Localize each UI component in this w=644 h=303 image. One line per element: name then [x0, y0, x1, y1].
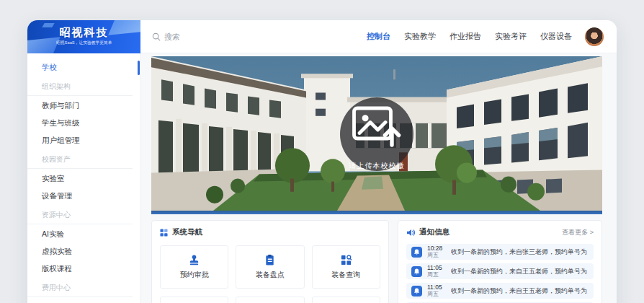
main-content: 请上传本校校徽 系统导航: [140, 53, 617, 303]
system-navigation-panel: 系统导航 预约审批: [151, 220, 389, 303]
logo-decor-shape: [42, 23, 54, 27]
logo-decor-shape: [27, 37, 61, 53]
card-reservation-approval[interactable]: 预约审批: [160, 245, 228, 289]
card-equipment-inventory[interactable]: 装备盘点: [236, 245, 304, 289]
search-box[interactable]: [152, 32, 251, 41]
sidebar-section-org: 组织架构: [27, 82, 133, 96]
sidebar-item-school[interactable]: 学校: [27, 59, 140, 76]
notification-text: 收到一条新的预约，来自张三老师，预约单号为：Y-0044，请尽快处理。: [451, 247, 589, 257]
nav-card-row-1: 预约审批 装备盘点: [160, 245, 380, 289]
tab-console[interactable]: 控制台: [367, 31, 390, 42]
notification-text: 收到一条新的预约，来自王五老师，预约单号为：Y-0056，请尽快处理。: [451, 286, 589, 296]
notification-panel: 通知信息 查看更多 > 10:28 周五 收到一条新的预约: [398, 220, 602, 303]
grid-icon: [160, 229, 168, 237]
card-clipped-1[interactable]: [160, 297, 228, 303]
sidebar-item-licensed-courses[interactable]: 版权课程: [27, 260, 140, 278]
sidebar-item-students-classes[interactable]: 学生与班级: [27, 115, 140, 132]
bell-icon: [411, 266, 422, 277]
card-label: 装备查询: [331, 270, 360, 280]
desktop-background: 昭视科技 昭视SaaS，让实验教学更简单 控制台 实验教学 作业报告 实验考评: [0, 0, 644, 303]
speaker-icon: [406, 229, 415, 237]
sidebar-item-ai-experiment[interactable]: AI实验: [27, 226, 140, 243]
card-label: 预约审批: [180, 270, 209, 280]
sidebar-item-virtual-experiment[interactable]: 虚拟实验: [27, 243, 140, 260]
brand-logo[interactable]: 昭视科技 昭视SaaS，让实验教学更简单: [27, 20, 140, 53]
bell-icon: [411, 286, 422, 297]
sidebar-item-user-groups[interactable]: 用户组管理: [27, 132, 140, 149]
upload-image-icon: [340, 97, 413, 156]
tab-experiment-review[interactable]: 实验考评: [495, 31, 527, 42]
card-clipped-2[interactable]: [236, 297, 304, 303]
upload-hint-label: 请上传本校校徽: [349, 161, 405, 171]
sidebar-item-equipment-mgmt[interactable]: 设备管理: [27, 188, 140, 205]
view-more-link[interactable]: 查看更多 >: [562, 228, 594, 237]
notification-text: 收到一条新的预约，来自王五老师，预约单号为：Y-0056，请尽快处理。: [451, 267, 589, 276]
logo-tagline: 昭视SaaS，让实验教学更简单: [56, 40, 112, 46]
sidebar-section-campus-assets: 校园资产: [27, 154, 133, 169]
header-bar: 控制台 实验教学 作业报告 实验考评 仪器设备: [140, 20, 617, 53]
banner-accent-bar: [151, 211, 602, 214]
search-input[interactable]: [164, 32, 251, 41]
panel-title: 系统导航: [172, 227, 202, 237]
logo-title: 昭视科技: [60, 27, 109, 39]
top-nav-tabs: 控制台 实验教学 作业报告 实验考评 仪器设备: [367, 31, 572, 42]
notification-time: 10:28 周五: [427, 245, 446, 259]
school-banner-image: 请上传本校校徽: [151, 56, 602, 211]
sidebar-item-laboratory[interactable]: 实验室: [27, 170, 140, 188]
sidebar-section-billing-center: 费用中心: [27, 283, 133, 297]
card-equipment-search[interactable]: 装备查询: [312, 245, 380, 289]
notification-time: 11:05 周五: [427, 284, 446, 298]
grid-search-icon: [340, 254, 352, 266]
user-avatar[interactable]: [585, 27, 604, 46]
notification-row[interactable]: 11:05 周五 收到一条新的预约，来自王五老师，预约单号为：Y-0056，请尽…: [406, 283, 594, 299]
sidebar: 学校 组织架构 教师与部门 学生与班级 用户组管理 校园资产 实验室 设备管理 …: [27, 53, 140, 303]
card-label: 装备盘点: [256, 270, 285, 280]
tab-homework-report[interactable]: 作业报告: [450, 31, 481, 42]
notification-time: 11:05 周五: [427, 265, 446, 278]
nav-card-row-2: [160, 297, 380, 303]
upload-school-badge-button[interactable]: 请上传本校校徽: [340, 97, 413, 171]
sidebar-item-teachers-departments[interactable]: 教师与部门: [27, 97, 140, 115]
tab-experiment-teaching[interactable]: 实验教学: [404, 31, 436, 42]
top-header: 昭视科技 昭视SaaS，让实验教学更简单 控制台 实验教学 作业报告 实验考评: [27, 20, 617, 53]
stamp-icon: [188, 254, 200, 266]
sidebar-item-benefits-center[interactable]: 权益中心: [27, 299, 140, 303]
tab-instrument-equipment[interactable]: 仪器设备: [540, 31, 572, 42]
notification-list: 10:28 周五 收到一条新的预约，来自张三老师，预约单号为：Y-0044，请尽…: [406, 244, 594, 303]
clipboard-icon: [264, 254, 276, 266]
notification-row[interactable]: 11:05 周五 收到一条新的预约，来自王五老师，预约单号为：Y-0056，请尽…: [406, 263, 594, 279]
search-icon: [152, 32, 161, 41]
sidebar-section-resource-center: 资源中心: [27, 210, 133, 224]
bell-icon: [411, 247, 422, 258]
app-window: 昭视科技 昭视SaaS，让实验教学更简单 控制台 实验教学 作业报告 实验考评: [27, 20, 617, 303]
panel-title: 通知信息: [419, 227, 450, 237]
notification-row[interactable]: 10:28 周五 收到一条新的预约，来自张三老师，预约单号为：Y-0044，请尽…: [406, 244, 594, 260]
card-clipped-3[interactable]: [312, 297, 380, 303]
logo-decor-shape: [108, 20, 140, 35]
